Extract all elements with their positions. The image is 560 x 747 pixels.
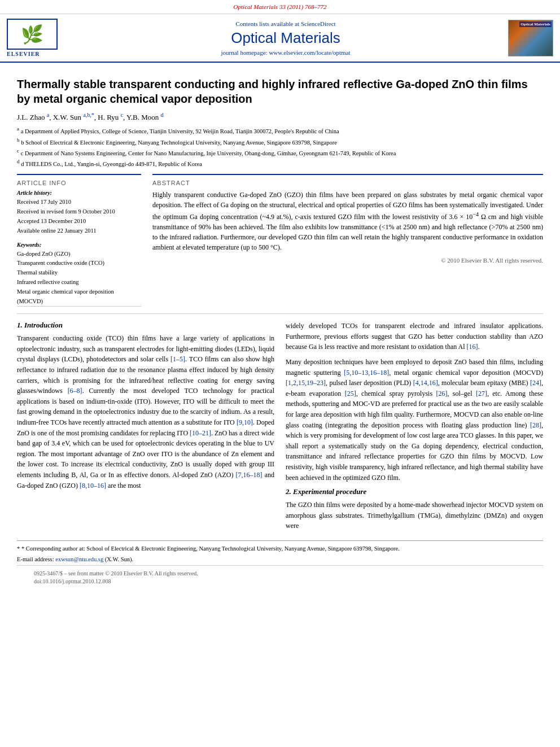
ref-1-5[interactable]: [1–5] xyxy=(170,355,185,363)
received-date: Received 17 July 2010 xyxy=(17,198,141,207)
introduction-title: 1. Introduction xyxy=(17,321,274,330)
journal-homepage: journal homepage: www.elsevier.com/locat… xyxy=(69,49,502,56)
experimental-paragraph: The GZO thin films were deposited by a h… xyxy=(286,500,543,531)
body-right-column: widely developed TCOs for transparent el… xyxy=(286,321,543,536)
affiliation-c: c c Department of Nano Systems Engineeri… xyxy=(17,147,543,158)
footnote-section: * * Corresponding author at: School of E… xyxy=(17,540,543,564)
journal-header: 🌿 ELSEVIER Contents lists available at S… xyxy=(0,14,560,63)
article-info-column: ARTICLE INFO Article history: Received 1… xyxy=(17,174,141,307)
keywords-section: Keywords: Ga-doped ZnO (GZO) Transparent… xyxy=(17,242,141,307)
experimental-title: 2. Experimental procedure xyxy=(286,487,543,496)
journal-cover: Optical Materials xyxy=(502,20,553,56)
ref-25[interactable]: [25] xyxy=(345,390,356,397)
affiliations: a a Department of Applied Physics, Colle… xyxy=(17,125,543,168)
keyword-2: Transparent conductive oxide (TCO) xyxy=(17,259,141,268)
copyright-footer: 0925-3467/$ – see front matter © 2010 El… xyxy=(34,570,526,576)
ref-26[interactable]: [26] xyxy=(436,390,448,397)
abstract-copyright: © 2010 Elsevier B.V. All rights reserved… xyxy=(152,257,543,264)
section-divider xyxy=(17,313,543,314)
journal-center: Contents lists available at ScienceDirec… xyxy=(69,20,502,56)
ref-4-14-16[interactable]: [4,14,16] xyxy=(413,379,438,387)
accepted-date: Accepted 13 December 2010 xyxy=(17,217,141,226)
received-revised-date: Received in revised form 9 October 2010 xyxy=(17,207,141,217)
sciencedirect-link: Contents lists available at ScienceDirec… xyxy=(69,20,502,27)
ref-1-2-15[interactable]: [1,2,15,19–23] xyxy=(286,379,326,387)
keyword-5: Metal organic chemical vapor deposition … xyxy=(17,287,141,307)
homepage-url[interactable]: www.elsevier.com/locate/optmat xyxy=(269,49,350,56)
article-info-header: ARTICLE INFO xyxy=(17,180,141,186)
ref-28[interactable]: [28] xyxy=(530,421,541,429)
affiliation-a: a a Department of Applied Physics, Colle… xyxy=(17,125,543,136)
journal-ref: Optical Materials 33 (2011) 768–772 xyxy=(234,3,327,10)
article-history: Article history: Received 17 July 2010 R… xyxy=(17,190,141,235)
abstract-header: ABSTRACT xyxy=(152,180,543,186)
page-footer: 0925-3467/$ – see front matter © 2010 El… xyxy=(17,565,543,589)
ref-8-10-16[interactable]: [8,10–16] xyxy=(80,482,106,490)
email-link[interactable]: exwsun@ntu.edu.sg xyxy=(55,556,103,562)
article-title: Thermally stable transparent conducting … xyxy=(17,77,543,106)
star-note: * * Corresponding author at: School of E… xyxy=(17,544,543,553)
right-paragraph-1: widely developed TCOs for transparent el… xyxy=(286,321,543,352)
doi-footer: doi:10.1016/j.optmat.2010.12.008 xyxy=(34,578,526,584)
cover-label: Optical Materials xyxy=(519,21,552,27)
article-content: Thermally stable transparent conducting … xyxy=(0,63,560,600)
affiliation-d: d d THELEDS Co., Ltd., Yangin-si, Gyeong… xyxy=(17,158,543,168)
authors-line: J.L. Zhao a, X.W. Sun a,b,*, H. Ryu c, Y… xyxy=(17,112,543,122)
keyword-4: Infrared reflective coating xyxy=(17,278,141,287)
ref-27[interactable]: [27] xyxy=(476,390,487,397)
ref-16[interactable]: [16] xyxy=(467,343,478,351)
email-note: E-mail address: exwsun@ntu.edu.sg (X.W. … xyxy=(17,555,543,564)
keywords-label: Keywords: xyxy=(17,242,141,248)
history-label: Article history: xyxy=(17,190,141,196)
ref-5-10-13[interactable]: [5,10–13,16–18] xyxy=(344,369,389,377)
introduction-paragraph-1: Transparent conducting oxide (TCO) thin … xyxy=(17,333,274,491)
keyword-3: Thermal stability xyxy=(17,268,141,278)
ref-24[interactable]: [24] xyxy=(530,379,541,387)
elsevier-brand-text: ELSEVIER xyxy=(7,51,40,57)
page-wrapper: Optical Materials 33 (2011) 768–772 🌿 EL… xyxy=(0,0,560,600)
body-columns: 1. Introduction Transparent conducting o… xyxy=(17,321,543,536)
right-paragraph-2: Many deposition techniques have been emp… xyxy=(286,357,543,483)
ref-9-10[interactable]: [9,10] xyxy=(237,418,253,426)
available-online-date: Available online 22 January 2011 xyxy=(17,226,141,236)
elsevier-tree-icon: 🌿 xyxy=(21,24,43,45)
ref-10-21[interactable]: [10–21] xyxy=(190,429,211,437)
abstract-text: Highly transparent conductive Ga-doped Z… xyxy=(152,190,543,252)
abstract-column: ABSTRACT Highly transparent conductive G… xyxy=(152,174,543,307)
keyword-1: Ga-doped ZnO (GZO) xyxy=(17,250,141,259)
elsevier-logo: 🌿 ELSEVIER xyxy=(7,19,69,57)
article-info-abstract-columns: ARTICLE INFO Article history: Received 1… xyxy=(17,174,543,307)
affiliation-b: b b School of Electrical & Electronic En… xyxy=(17,137,543,147)
journal-title: Optical Materials xyxy=(69,29,502,47)
top-bar: Optical Materials 33 (2011) 768–772 xyxy=(0,0,560,14)
journal-cover-image: Optical Materials xyxy=(508,20,553,56)
body-left-column: 1. Introduction Transparent conducting o… xyxy=(17,321,274,536)
ref-6-8[interactable]: [6–8] xyxy=(68,387,82,395)
elsevier-logo-box: 🌿 xyxy=(7,19,58,50)
ref-7-16-18[interactable]: [7,16–18] xyxy=(236,471,262,479)
sciencedirect-label[interactable]: ScienceDirect xyxy=(301,20,336,27)
